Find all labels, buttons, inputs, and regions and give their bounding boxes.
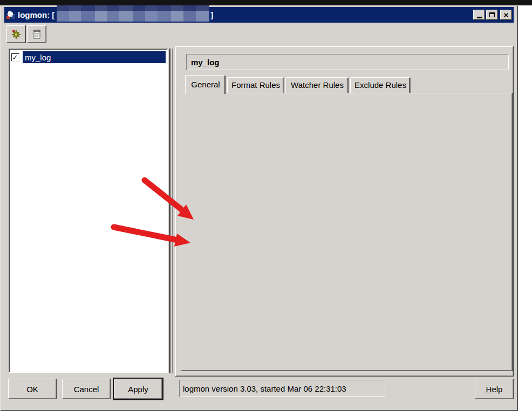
profile-item-label[interactable]: my_log <box>23 51 166 63</box>
maximize-button[interactable] <box>486 10 498 20</box>
list-item[interactable]: ✓ my_log <box>11 51 166 64</box>
profile-header: my_log <box>191 58 220 67</box>
tab-label: Exclude Rules <box>354 80 406 90</box>
profile-checkbox[interactable]: ✓ <box>11 53 19 61</box>
version-status-box: logmon version 3.03, started Mar 06 22:3… <box>179 380 385 397</box>
app-icon <box>6 10 16 20</box>
check-icon: ✓ <box>12 54 18 61</box>
tab-format-rules[interactable]: Format Rules <box>227 77 284 93</box>
minimize-icon <box>477 17 482 18</box>
tab-label: General <box>191 80 220 89</box>
titlebar[interactable]: logmon: [ ] × <box>4 7 514 23</box>
profile-header-box: my_log <box>186 54 509 70</box>
help-button-label: Help <box>486 385 503 394</box>
help-button[interactable]: Help <box>475 379 514 399</box>
tab-general[interactable]: General <box>185 75 226 94</box>
close-icon: × <box>504 11 509 19</box>
maximize-icon <box>489 12 495 17</box>
gear-icon <box>10 29 22 40</box>
ok-button[interactable]: OK <box>8 379 57 399</box>
tab-content-panel <box>181 93 513 371</box>
window-title-prefix: logmon: [ <box>18 10 54 19</box>
panel-splitter[interactable] <box>169 49 173 373</box>
minimize-button[interactable] <box>473 10 485 20</box>
tab-watcher-rules[interactable]: Watcher Rules <box>285 77 349 93</box>
redacted-title-text <box>57 5 209 22</box>
cancel-button-label: Cancel <box>74 385 99 394</box>
apply-button[interactable]: Apply <box>113 378 163 400</box>
profile-list[interactable]: ✓ my_log <box>9 49 168 373</box>
toolbar-profile-button[interactable] <box>6 25 26 43</box>
tab-label: Watcher Rules <box>291 80 344 90</box>
toolbar-copy-button[interactable] <box>27 25 46 43</box>
tab-label: Format Rules <box>231 80 280 90</box>
ok-button-label: OK <box>26 385 38 394</box>
close-button[interactable]: × <box>500 10 512 20</box>
window-title-suffix: ] <box>210 10 213 19</box>
tab-exclude-rules[interactable]: Exclude Rules <box>350 77 411 93</box>
window-top-border <box>0 0 532 5</box>
apply-button-label: Apply <box>128 385 148 394</box>
document-icon <box>31 29 43 40</box>
cancel-button[interactable]: Cancel <box>62 379 111 399</box>
version-status-text: logmon version 3.03, started Mar 06 22:3… <box>183 384 346 393</box>
